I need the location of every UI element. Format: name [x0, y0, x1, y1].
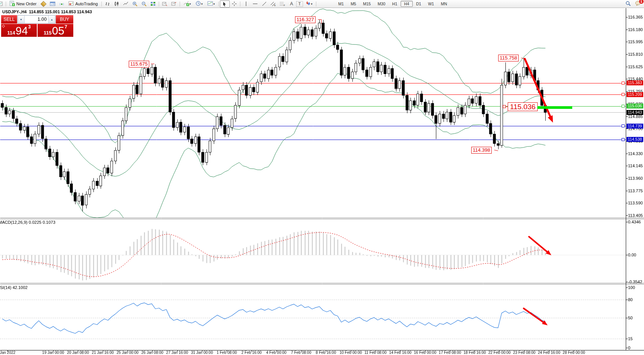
price-marker-114.943: 114.943: [627, 110, 643, 115]
rsi-scale-label: 80: [628, 297, 633, 302]
price-marker-115.383: 115.383: [627, 80, 643, 85]
notifications-icon[interactable]: 1: [635, 1, 641, 7]
rsi-indicator-label: RSI(14) 42.1002: [0, 285, 28, 290]
track-chart-icon[interactable]: [169, 1, 178, 7]
templates-menu-button[interactable]: ▾: [205, 1, 217, 7]
price-marker-115.209: 115.209: [627, 92, 643, 97]
periods-menu-button[interactable]: ▾: [193, 1, 205, 7]
price-marker-114.739: 114.739: [627, 124, 643, 129]
zoom-out-icon[interactable]: [139, 1, 148, 7]
time-axis-label: 23 Feb 08:00: [513, 350, 535, 355]
crosshair-tool-button[interactable]: [230, 1, 239, 7]
zoom-in-icon[interactable]: [130, 1, 139, 7]
toolbar: New Order AutoTrading: [0, 0, 644, 8]
buy-price[interactable]: 115 05 7: [38, 24, 73, 37]
volume-increase-button[interactable]: ▲: [48, 16, 55, 23]
timeframe-button-h4[interactable]: H4: [401, 1, 412, 7]
buy-price-pip: 7: [65, 24, 67, 30]
time-axis-label: 14 Feb 16:00: [389, 350, 412, 355]
time-axis-label: 2 Feb 16:00: [242, 350, 262, 355]
charts-icon[interactable]: [39, 1, 48, 7]
chevron-down-icon: ▾: [189, 2, 191, 6]
toolbar-separator: [316, 2, 316, 6]
sell-button[interactable]: SELL: [1, 15, 17, 24]
vertical-line-tool-button[interactable]: [242, 1, 251, 7]
time-axis-label: 8 Feb 16:00: [316, 350, 336, 355]
time-axis-label: 16 Feb 00:00: [414, 350, 436, 355]
svg-text:F: F: [284, 4, 285, 6]
bar-chart-type-icon[interactable]: [103, 1, 112, 7]
timeframe-button-w1[interactable]: W1: [425, 1, 437, 7]
chart-window-icon: [0, 1, 5, 7]
timeframe-button-h1[interactable]: H1: [389, 1, 401, 7]
chevron-down-icon: ▾: [213, 2, 215, 6]
price-tick-label: 116.365: [628, 15, 643, 19]
fibonacci-tool-button[interactable]: F: [278, 1, 287, 7]
time-axis-label: 19 Jan 00:00: [42, 350, 64, 355]
price-tick-label: 114.145: [628, 163, 643, 168]
time-axis-label: 31 Jan 00:00: [191, 350, 213, 355]
timeframe-button-mn[interactable]: MN: [437, 1, 450, 7]
notification-badge: 1: [639, 0, 644, 4]
chart-title: USDJPY-,H4114.855 115.001 114.853 114.94…: [2, 9, 94, 14]
time-axis-label: 4 Feb 00:00: [266, 350, 286, 355]
time-axis-label: 21 Jan 16:00: [92, 350, 114, 355]
cursor-tool-button[interactable]: [220, 0, 230, 8]
line-chart-type-icon[interactable]: [121, 1, 130, 7]
timeframe-button-m5[interactable]: M5: [347, 1, 360, 7]
sell-price[interactable]: 114 94 3: [1, 24, 37, 37]
timeframe-button-m30[interactable]: M30: [374, 1, 388, 7]
timeframe-button-d1[interactable]: D1: [413, 1, 425, 7]
svg-text:E: E: [274, 4, 276, 6]
price-tick-label: 113.405: [628, 213, 643, 218]
price-tick-label: 114.330: [628, 151, 643, 156]
indicators-menu-button[interactable]: ▾: [181, 1, 193, 7]
trendline-tool-button[interactable]: [260, 1, 269, 7]
price-callout-115.758[interactable]: 115.758: [498, 55, 519, 61]
rsi-scale-label: 15: [628, 336, 633, 341]
volume-value[interactable]: 1.00: [25, 16, 48, 23]
metaeditor-icon[interactable]: [48, 1, 57, 7]
green-highlight-bar[interactable]: [537, 106, 572, 109]
price-callout-115.675[interactable]: 115.675: [129, 61, 149, 68]
buy-button[interactable]: BUY: [56, 15, 73, 24]
search-icon[interactable]: [625, 1, 631, 7]
arrow-shapes-icon: [305, 1, 311, 7]
timeframe-button-m15[interactable]: M15: [360, 1, 374, 7]
chart-canvas[interactable]: [0, 0, 644, 355]
text-label-tool-button[interactable]: T: [296, 1, 303, 7]
horizontal-line-tool-button[interactable]: [251, 1, 260, 7]
time-axis-label: 11 Feb 08:00: [365, 350, 387, 355]
channel-tool-button[interactable]: E: [269, 1, 278, 7]
price-tick-label: 113.775: [628, 188, 643, 193]
macd-scale-label: 0.00: [628, 253, 636, 257]
autotrading-button[interactable]: AutoTrading: [66, 1, 100, 7]
price-marker-115.036: 115.036: [627, 104, 643, 108]
arrows-tool-button[interactable]: ▾: [303, 1, 315, 7]
time-axis-label: 10 Feb 00:00: [339, 350, 362, 355]
autotrading-label: AutoTrading: [75, 2, 98, 6]
macd-scale-label: 0.4346: [628, 220, 641, 224]
toolbar-separator: [101, 2, 102, 6]
price-callout-116.327[interactable]: 116.327: [295, 16, 316, 23]
timeframe-toolbar: M1M5M15M30H1H4D1W1MN: [335, 1, 450, 7]
clock-icon: [196, 1, 201, 7]
candlestick-type-icon[interactable]: [112, 1, 121, 7]
one-click-trading-panel: SELL ▼ 1.00 ▲ BUY 114 94 3 115 05 7: [1, 15, 73, 37]
timeframe-button-m1[interactable]: M1: [335, 1, 347, 7]
signals-icon[interactable]: [57, 1, 66, 7]
toolbar-separator: [180, 2, 180, 6]
price-callout-114.398[interactable]: 114.398: [471, 147, 492, 154]
new-order-button[interactable]: New Order: [7, 1, 39, 7]
tile-windows-icon[interactable]: [148, 1, 158, 7]
time-axis-label: 24 Feb 16:00: [538, 350, 560, 355]
volume-stepper: ▼ 1.00 ▲: [17, 15, 55, 24]
time-axis-label: 25 Jan 00:00: [117, 350, 139, 355]
price-callout-115.036[interactable]: 115.036: [508, 102, 538, 111]
auto-arrange-icon[interactable]: [160, 1, 169, 7]
buy-price-handle: 115: [44, 30, 52, 36]
text-tool-button[interactable]: A: [287, 1, 296, 7]
toolbar-separator: [6, 2, 6, 6]
sell-price-pip: 3: [28, 24, 31, 30]
volume-decrease-button[interactable]: ▼: [18, 16, 25, 23]
